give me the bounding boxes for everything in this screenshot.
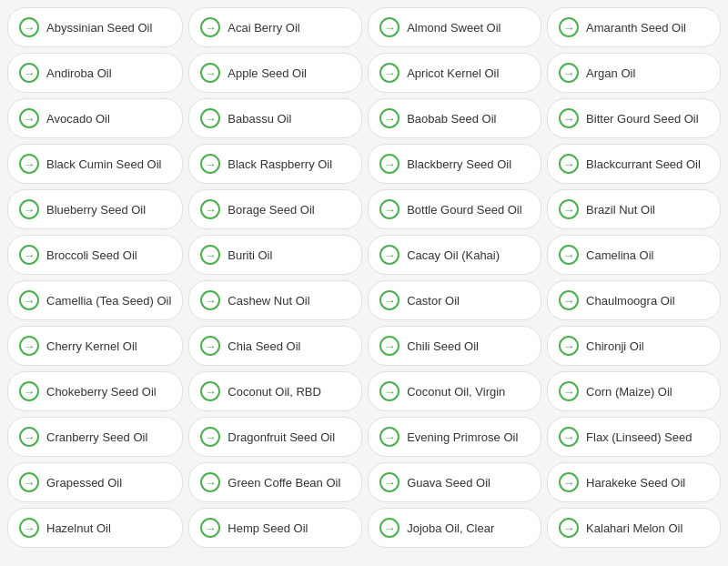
item-label: Babassu Oil (228, 112, 291, 126)
list-item[interactable]: →Almond Sweet Oil (368, 7, 541, 47)
list-item[interactable]: →Cashew Nut Oil (188, 280, 362, 320)
list-item[interactable]: →Chili Seed Oil (368, 326, 541, 366)
list-item[interactable]: →Bitter Gourd Seed Oil (547, 98, 721, 138)
arrow-icon: → (19, 154, 39, 174)
arrow-icon: → (559, 290, 579, 310)
item-label: Grapessed Oil (46, 476, 122, 490)
list-item[interactable]: →Brazil Nut Oil (547, 189, 721, 229)
list-item[interactable]: →Evening Primrose Oil (368, 417, 541, 457)
arrow-icon: → (559, 381, 579, 401)
arrow-icon: → (200, 336, 220, 356)
list-item[interactable]: →Cacay Oil (Kahai) (368, 235, 541, 275)
arrow-icon: → (19, 472, 39, 492)
item-label: Hazelnut Oil (46, 521, 111, 535)
item-label: Jojoba Oil, Clear (407, 521, 494, 535)
item-label: Cranberry Seed Oil (46, 430, 147, 444)
item-label: Chironji Oil (586, 339, 644, 353)
list-item[interactable]: →Guava Seed Oil (368, 462, 541, 502)
arrow-icon: → (559, 472, 579, 492)
item-label: Blueberry Seed Oil (46, 203, 146, 217)
list-item[interactable]: →Buriti Oil (188, 235, 362, 275)
list-item[interactable]: →Hazelnut Oil (7, 508, 183, 548)
list-item[interactable]: →Bottle Gourd Seed Oil (368, 189, 541, 229)
list-item[interactable]: →Kalahari Melon Oil (547, 508, 721, 548)
item-label: Chili Seed Oil (407, 339, 479, 353)
item-label: Argan Oil (586, 66, 635, 80)
list-item[interactable]: →Borage Seed Oil (188, 189, 362, 229)
item-label: Dragonfruit Seed Oil (228, 430, 335, 444)
list-item[interactable]: →Chokeberry Seed Oil (7, 371, 183, 411)
arrow-icon: → (559, 199, 579, 219)
item-label: Broccoli Seed Oil (46, 248, 137, 262)
list-item[interactable]: →Blackcurrant Seed Oil (547, 144, 721, 184)
oil-grid: →Abyssinian Seed Oil→Acai Berry Oil→Almo… (7, 7, 721, 548)
list-item[interactable]: →Amaranth Seed Oil (547, 7, 721, 47)
arrow-icon: → (200, 518, 220, 538)
list-item[interactable]: →Jojoba Oil, Clear (368, 508, 541, 548)
arrow-icon: → (379, 381, 399, 401)
list-item[interactable]: →Harakeke Seed Oil (547, 462, 721, 502)
item-label: Black Cumin Seed Oil (46, 157, 161, 171)
arrow-icon: → (379, 154, 399, 174)
list-item[interactable]: →Corn (Maize) Oil (547, 371, 721, 411)
list-item[interactable]: →Apricot Kernel Oil (368, 53, 541, 93)
arrow-icon: → (559, 336, 579, 356)
arrow-icon: → (19, 518, 39, 538)
item-label: Bottle Gourd Seed Oil (407, 203, 521, 217)
list-item[interactable]: →Chironji Oil (547, 326, 721, 366)
list-item[interactable]: →Flax (Linseed) Seed (547, 417, 721, 457)
list-item[interactable]: →Coconut Oil, RBD (188, 371, 362, 411)
item-label: Acai Berry Oil (228, 21, 299, 35)
list-item[interactable]: →Andiroba Oil (7, 53, 183, 93)
list-item[interactable]: →Chia Seed Oil (188, 326, 362, 366)
list-item[interactable]: →Apple Seed Oil (188, 53, 362, 93)
list-item[interactable]: →Hemp Seed Oil (188, 508, 362, 548)
item-label: Cashew Nut Oil (228, 294, 309, 308)
arrow-icon: → (200, 245, 220, 265)
list-item[interactable]: →Blueberry Seed Oil (7, 189, 183, 229)
item-label: Apricot Kernel Oil (407, 66, 499, 80)
arrow-icon: → (379, 472, 399, 492)
list-item[interactable]: →Black Raspberry Oil (188, 144, 362, 184)
arrow-icon: → (19, 199, 39, 219)
arrow-icon: → (379, 63, 399, 83)
list-item[interactable]: →Dragonfruit Seed Oil (188, 417, 362, 457)
list-item[interactable]: →Cranberry Seed Oil (7, 417, 183, 457)
list-item[interactable]: →Chaulmoogra Oil (547, 280, 721, 320)
arrow-icon: → (200, 63, 220, 83)
arrow-icon: → (200, 290, 220, 310)
list-item[interactable]: →Abyssinian Seed Oil (7, 7, 183, 47)
item-label: Abyssinian Seed Oil (46, 21, 152, 35)
arrow-icon: → (200, 427, 220, 447)
list-item[interactable]: →Camellia (Tea Seed) Oil (7, 280, 183, 320)
list-item[interactable]: →Coconut Oil, Virgin (368, 371, 541, 411)
arrow-icon: → (19, 17, 39, 37)
list-item[interactable]: →Castor Oil (368, 280, 541, 320)
list-item[interactable]: →Baobab Seed Oil (368, 98, 541, 138)
list-item[interactable]: →Babassu Oil (188, 98, 362, 138)
arrow-icon: → (559, 518, 579, 538)
arrow-icon: → (200, 199, 220, 219)
item-label: Chia Seed Oil (228, 339, 300, 353)
item-label: Camellia (Tea Seed) Oil (46, 294, 171, 308)
list-item[interactable]: →Argan Oil (547, 53, 721, 93)
item-label: Baobab Seed Oil (407, 112, 496, 126)
arrow-icon: → (200, 17, 220, 37)
item-label: Apple Seed Oil (228, 66, 307, 80)
item-label: Blackberry Seed Oil (407, 157, 511, 171)
list-item[interactable]: →Cherry Kernel Oil (7, 326, 183, 366)
list-item[interactable]: →Acai Berry Oil (188, 7, 362, 47)
item-label: Hemp Seed Oil (228, 521, 308, 535)
arrow-icon: → (379, 427, 399, 447)
arrow-icon: → (559, 63, 579, 83)
list-item[interactable]: →Avocado Oil (7, 98, 183, 138)
list-item[interactable]: →Black Cumin Seed Oil (7, 144, 183, 184)
arrow-icon: → (200, 154, 220, 174)
list-item[interactable]: →Camelina Oil (547, 235, 721, 275)
arrow-icon: → (379, 336, 399, 356)
list-item[interactable]: →Blackberry Seed Oil (368, 144, 541, 184)
list-item[interactable]: →Green Coffe Bean Oil (188, 462, 362, 502)
arrow-icon: → (559, 245, 579, 265)
list-item[interactable]: →Grapessed Oil (7, 462, 183, 502)
list-item[interactable]: →Broccoli Seed Oil (7, 235, 183, 275)
